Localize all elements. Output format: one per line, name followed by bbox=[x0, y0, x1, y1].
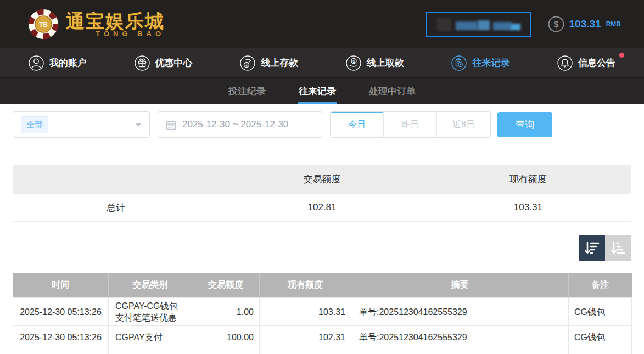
gift-icon bbox=[135, 55, 150, 71]
blur-block bbox=[456, 21, 478, 30]
nav-label: 我的账户 bbox=[49, 57, 87, 69]
withdraw-icon: $ bbox=[346, 55, 361, 71]
nav-label: 信息公告 bbox=[578, 57, 615, 69]
summary-balance-total: 103.31 bbox=[425, 194, 631, 221]
nav-withdraw[interactable]: $ 线上取款 bbox=[346, 55, 404, 71]
col-summary: 摘要 bbox=[351, 273, 569, 298]
cell-balance: 102.31 bbox=[260, 326, 351, 349]
col-note: 备注 bbox=[569, 273, 632, 298]
cell-note: CG钱包 bbox=[569, 326, 632, 349]
sort-ascending-button[interactable] bbox=[605, 235, 631, 261]
quick-range-group: 今日 昨日 近8日 bbox=[330, 111, 491, 138]
logo-title: 通宝娱乐城 bbox=[66, 11, 165, 31]
tab-pending-orders[interactable]: 处理中订单 bbox=[352, 78, 432, 104]
logo-subtitle: TONG BAO bbox=[66, 30, 165, 38]
cell-type: CGPAY-CG钱包支付笔笔送优惠 bbox=[109, 298, 192, 326]
blur-block bbox=[511, 24, 520, 30]
cell-amount: 1.00 bbox=[192, 298, 260, 326]
balance-display: $ 103.31 RMB bbox=[548, 16, 621, 32]
date-range-value: 2025-12-30 ~ 2025-12-30 bbox=[182, 119, 288, 130]
date-range-input[interactable]: 2025-12-30 ~ 2025-12-30 bbox=[158, 111, 322, 138]
content-area: 全部 2025-12-30 ~ 2025-12-30 今日 昨日 近8日 查询 bbox=[0, 111, 644, 354]
balance-amount: 103.31 bbox=[569, 18, 601, 30]
cell-balance: 103.31 bbox=[260, 298, 351, 326]
summary-table: 交易额度 现有额度 总计 102.81 103.31 bbox=[13, 165, 631, 222]
sort-descending-button[interactable] bbox=[579, 235, 605, 261]
search-button[interactable]: 查询 bbox=[497, 112, 552, 137]
bell-icon bbox=[557, 55, 573, 71]
nav-announcements[interactable]: 信息公告 bbox=[557, 55, 615, 71]
nav-label: 线上存款 bbox=[261, 57, 298, 69]
cell-time: 2025-12-30 05:13:26 bbox=[13, 326, 109, 349]
summary-header-trade: 交易额度 bbox=[219, 165, 425, 194]
username-redacted[interactable] bbox=[426, 12, 531, 37]
cell-summary: 单号:202512304162555329 bbox=[351, 326, 569, 349]
top-header: TB 通宝娱乐城 TONG BAO $ 103.31 RMB bbox=[0, 0, 644, 48]
nav-label: 线上取款 bbox=[367, 57, 404, 69]
coin-icon: $ bbox=[548, 16, 564, 32]
cell-amount: 100.00 bbox=[192, 326, 260, 349]
table-row: 2025-12-30 05:13:26 CGPAY支付 100.00 102.3… bbox=[13, 326, 632, 349]
records-table: 时间 交易类别 交易额度 现有额度 摘要 备注 2025-12-30 05:13… bbox=[13, 273, 632, 354]
quick-last8days-button[interactable]: 近8日 bbox=[437, 112, 490, 137]
svg-text:$: $ bbox=[553, 20, 558, 29]
quick-yesterday-button[interactable]: 昨日 bbox=[384, 112, 437, 137]
col-balance: 现有额度 bbox=[260, 273, 351, 298]
table-row-clipped bbox=[13, 349, 632, 354]
tab-betting-records[interactable]: 投注纪录 bbox=[212, 78, 282, 104]
col-amount: 交易额度 bbox=[192, 273, 260, 298]
summary-header-row: 交易额度 现有额度 bbox=[13, 165, 631, 194]
nav-deposit[interactable]: 线上存款 bbox=[240, 55, 298, 71]
transaction-records-page: TB 通宝娱乐城 TONG BAO $ 103.31 RMB bbox=[0, 0, 644, 354]
summary-total-row: 总计 102.81 103.31 bbox=[13, 194, 631, 221]
cell-time: 2025-12-30 05:13:26 bbox=[13, 298, 109, 326]
blur-block bbox=[437, 18, 451, 31]
summary-header-empty bbox=[13, 165, 219, 194]
summary-total-label: 总计 bbox=[13, 194, 219, 221]
divider bbox=[13, 151, 631, 151]
header-right: $ 103.31 RMB bbox=[426, 12, 621, 37]
blur-block bbox=[478, 20, 490, 30]
svg-text:TB: TB bbox=[39, 21, 48, 29]
sort-ascending-icon bbox=[611, 241, 626, 255]
records-header-row: 时间 交易类别 交易额度 现有额度 摘要 备注 bbox=[13, 273, 632, 298]
cell-type: CGPAY支付 bbox=[109, 326, 192, 349]
col-time: 时间 bbox=[13, 273, 109, 298]
chevron-down-icon bbox=[135, 123, 142, 127]
balance-currency: RMB bbox=[606, 20, 621, 28]
cell-note: CG钱包 bbox=[569, 298, 632, 326]
casino-chip-icon: TB bbox=[27, 8, 59, 40]
type-select[interactable]: 全部 bbox=[13, 111, 150, 138]
deposit-icon bbox=[240, 55, 255, 71]
notification-dot bbox=[619, 53, 624, 58]
summary-header-balance: 现有额度 bbox=[425, 165, 631, 194]
type-selected-tag[interactable]: 全部 bbox=[21, 116, 48, 133]
sort-descending-icon bbox=[584, 241, 600, 255]
filter-row: 全部 2025-12-30 ~ 2025-12-30 今日 昨日 近8日 查询 bbox=[13, 111, 631, 138]
summary-trade-total: 102.81 bbox=[219, 194, 425, 221]
nav-my-account[interactable]: 我的账户 bbox=[29, 55, 87, 71]
col-type: 交易类别 bbox=[109, 273, 192, 298]
main-nav: 我的账户 优惠中心 线上存款 $ 线上取款 往来记录 bbox=[0, 48, 644, 77]
sort-controls bbox=[13, 235, 631, 261]
record-subtabs: 投注纪录 往来记录 处理中订单 bbox=[0, 77, 644, 104]
quick-today-button[interactable]: 今日 bbox=[331, 112, 384, 137]
nav-label: 往来记录 bbox=[472, 57, 509, 69]
site-logo[interactable]: TB 通宝娱乐城 TONG BAO bbox=[27, 8, 165, 40]
calendar-icon bbox=[166, 120, 176, 130]
table-row: 2025-12-30 05:13:26 CGPAY-CG钱包支付笔笔送优惠 1.… bbox=[13, 298, 632, 326]
records-icon bbox=[451, 55, 467, 71]
logo-text: 通宝娱乐城 TONG BAO bbox=[66, 11, 165, 38]
nav-transaction-records[interactable]: 往来记录 bbox=[451, 55, 509, 71]
nav-promotions[interactable]: 优惠中心 bbox=[135, 55, 193, 71]
user-icon bbox=[29, 55, 44, 71]
tab-transaction-records[interactable]: 往来记录 bbox=[282, 78, 352, 104]
nav-label: 优惠中心 bbox=[155, 57, 193, 69]
cell-summary: 单号:202512304162555329 bbox=[351, 298, 569, 326]
blur-block bbox=[493, 22, 512, 30]
